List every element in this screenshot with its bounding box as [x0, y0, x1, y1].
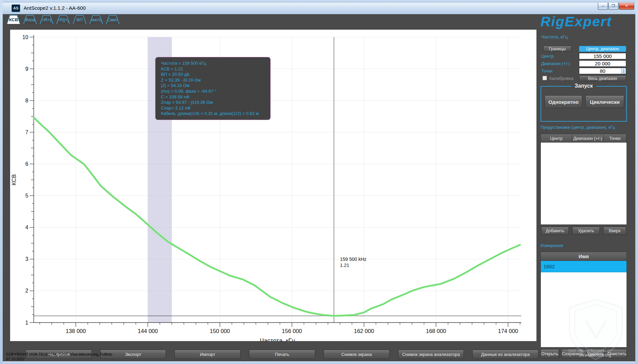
tooltip-line: |Z| = 54.18 Ом [161, 83, 268, 89]
tooltip-line: ВП = 20.50 дБ [161, 72, 268, 78]
app-icon: AS [11, 4, 20, 12]
window-border-left [0, 0, 3, 364]
svg-text:138 000: 138 000 [66, 328, 86, 334]
center-span-mode-button[interactable]: Центр, диапазон [579, 46, 626, 52]
tab-z-r-jx[interactable]: Z=R||+jX [56, 15, 70, 24]
tab-label: Рефлектометр [89, 15, 103, 24]
spinner-up-icon[interactable]: ▲ [623, 69, 625, 71]
tab-label: Z=R+jX [40, 15, 53, 24]
tooltip-line: |rho| = 0.09, фаза = -64.67 ° [161, 89, 268, 94]
tab-label: КСВ [7, 15, 20, 24]
preset-delete-button[interactable]: Удалить [572, 227, 600, 235]
tab-label: Z=R||+jX [56, 15, 70, 24]
import-button[interactable]: Импорт [174, 350, 241, 359]
tab-вп[interactable]: ВП [73, 15, 86, 24]
svg-text:6: 6 [25, 161, 28, 167]
preset-add-button[interactable]: Добавить [541, 227, 569, 235]
measurement-tooltip: Частота = 159 500 кГцКСВ = 1.21ВП = 20.5… [155, 57, 271, 120]
site-watermark: viva-telecom.org [579, 353, 611, 358]
tab-фаза[interactable]: Фаза [23, 15, 37, 24]
close-button[interactable]: ✕ [619, 3, 634, 10]
tab-label: ВП [73, 15, 86, 24]
minimize-button[interactable]: – [598, 3, 608, 10]
points-label: Точки [541, 68, 553, 73]
measurements-table-header: Имя [540, 252, 627, 261]
svg-text:150 000: 150 000 [210, 328, 230, 334]
tooltip-line: Частота = 159 500 кГц [161, 61, 268, 66]
spinner-down-icon[interactable]: ▼ [623, 71, 625, 73]
open-measurement-button[interactable]: Открыть [540, 349, 559, 358]
measurements-section-label: Измерения [540, 243, 563, 248]
svg-text:10: 10 [22, 34, 28, 40]
window-border-bottom [0, 361, 638, 364]
tooltip-line: C = 108.58 пФ [161, 94, 268, 100]
svg-text:156 000: 156 000 [282, 328, 302, 334]
run-single-button[interactable]: Однократно [545, 95, 582, 108]
tooltip-line: Z = 53.39 - j9.19 Ом [161, 78, 268, 83]
presets-table-header: ЦентрДиапазон (+/-)Точки [540, 134, 627, 143]
swr-chart[interactable]: 12345678910138 000144 000150 000156 0001… [10, 30, 536, 341]
presets-column-header: Точки [604, 134, 627, 142]
full-range-button[interactable]: Весь диапазон [579, 75, 626, 81]
swr-curve [34, 117, 520, 316]
marker-swr-label: 1.21 [340, 263, 349, 268]
analyzer-screenshot-button[interactable]: Снимок экрана анализатора [398, 350, 464, 359]
window-border-top [0, 0, 638, 3]
copyright-watermark: COPYRIGHT VIVA-TELECOM, CJSC. Viva-telec… [6, 352, 112, 361]
tooltip-line: Кабель: длина(1/4) = 0.31 м, длина(1/2) … [161, 111, 268, 117]
svg-text:162 000: 162 000 [354, 328, 374, 334]
svg-text:144 000: 144 000 [138, 328, 158, 334]
center-label: Центр [541, 54, 554, 59]
marker-frequency-label: 159 500 kHz [340, 256, 367, 262]
antscope2-window: AS AntScope2 v.1.1.2 - AA-600 – ❐ ✕ КСВФ… [0, 0, 638, 364]
tab-ксв[interactable]: КСВ [7, 15, 20, 24]
tooltip-line: КСВ = 1.21 [161, 66, 268, 72]
measurement-row[interactable]: 1652 [541, 261, 627, 272]
frequency-section-label: Частота, кГц [541, 34, 568, 39]
tab-bar: КСВФазаZ=R+jXZ=R||+jXВПРефлектометрСмит [7, 15, 119, 24]
presets-section-label: Предустановки (центр, диапазон), кГц [540, 125, 615, 130]
maximize-button[interactable]: ❐ [608, 3, 618, 10]
preset-up-button[interactable]: Вверх [603, 227, 626, 235]
svg-text:5: 5 [25, 193, 28, 199]
window-border-right [635, 0, 638, 364]
svg-text:7: 7 [25, 129, 28, 135]
tab-label: Смит [106, 15, 119, 24]
points-input[interactable] [579, 68, 626, 74]
screenshot-button[interactable]: Снимок экрана [324, 350, 390, 359]
titlebar: AS AntScope2 v.1.1.2 - AA-600 – ❐ ✕ [3, 3, 635, 14]
svg-text:3: 3 [25, 256, 28, 262]
presets-column-header: Центр [541, 134, 572, 142]
swr-curve [34, 117, 520, 316]
tab-смит[interactable]: Смит [106, 15, 119, 24]
presets-column-header: Диапазон (+/-) [572, 134, 604, 142]
print-button[interactable]: Печать [249, 350, 315, 359]
run-cyclic-button[interactable]: Циклически [585, 95, 624, 108]
calibration-checkbox[interactable] [543, 76, 547, 80]
rigexpert-logo: RigExpert [540, 14, 612, 29]
tab-рефлектометр[interactable]: Рефлектометр [89, 15, 103, 24]
svg-text:4: 4 [25, 224, 28, 230]
svg-text:168 000: 168 000 [426, 328, 446, 334]
x-axis-title: Частота, кГц [260, 337, 295, 341]
swr-chart-panel[interactable]: 12345678910138 000144 000150 000156 0001… [10, 30, 536, 341]
tooltip-line: Cпар= 3.12 пФ [161, 105, 268, 111]
svg-text:1: 1 [25, 320, 28, 326]
svg-text:9: 9 [25, 66, 28, 72]
measurements-name-column: Имя [541, 252, 627, 261]
analyzer-data-button[interactable]: Данные из анализатора [472, 350, 538, 359]
tab-z-r-jx[interactable]: Z=R+jX [40, 15, 53, 24]
calibration-label: Калибровка [549, 76, 574, 81]
bounds-mode-button[interactable]: Границы [543, 46, 572, 52]
y-axis-title: КСВ [11, 174, 17, 185]
svg-text:174 000: 174 000 [498, 328, 518, 334]
run-group-title: Запуск [571, 83, 596, 89]
center-input[interactable] [579, 53, 626, 59]
presets-table-body[interactable] [540, 143, 627, 225]
points-spinner[interactable]: ▲▼ [621, 68, 626, 74]
window-title: AntScope2 v.1.1.2 - AA-600 [24, 5, 86, 11]
span-input[interactable] [579, 60, 626, 67]
tooltip-line: Zпар = 54.97 - j319.36 Ом [161, 100, 268, 105]
svg-text:8: 8 [25, 98, 28, 103]
span-label: Диапазон (+/-) [541, 61, 570, 66]
